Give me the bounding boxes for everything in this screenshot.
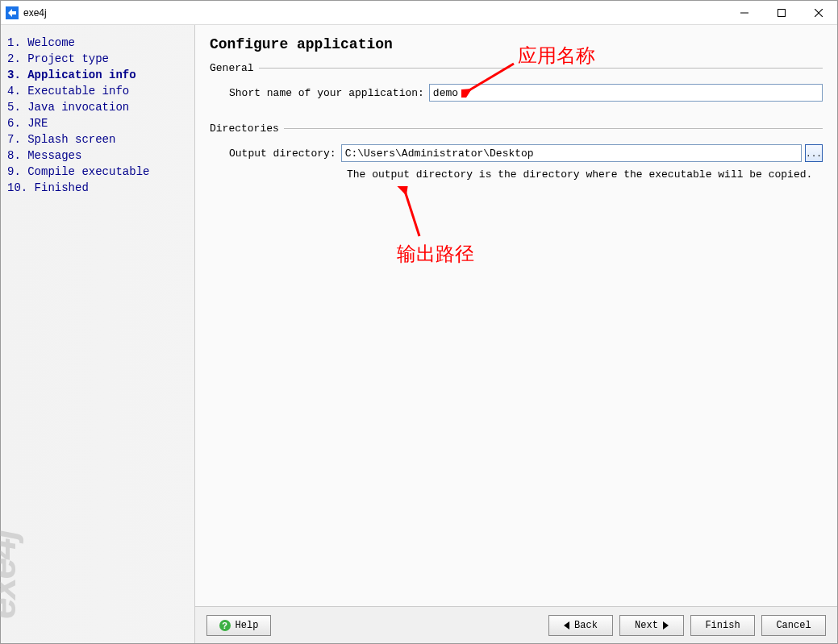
arrow-output-path [397, 186, 429, 243]
group-directories: Directories Output directory: ... The ou… [210, 123, 823, 181]
sidebar-step-2[interactable]: 2. Project type [7, 51, 188, 67]
close-button[interactable] [800, 1, 837, 25]
sidebar-step-1[interactable]: 1. Welcome [7, 35, 188, 51]
next-label: Next [635, 620, 658, 631]
divider [259, 68, 823, 69]
annotation-output-path: 输出路径 [397, 241, 474, 267]
group-general: General Short name of your application: [210, 62, 823, 108]
button-bar: ? Help Back Next Finish Cancel [195, 606, 837, 643]
minimize-button[interactable] [726, 1, 763, 25]
sidebar-step-9[interactable]: 9. Compile executable [7, 164, 188, 180]
maximize-button[interactable] [763, 1, 800, 25]
back-label: Back [574, 620, 598, 631]
svg-line-3 [815, 9, 823, 17]
svg-line-4 [815, 9, 823, 17]
next-button[interactable]: Next [619, 615, 684, 636]
sidebar-step-3[interactable]: 3. Application info [7, 67, 188, 83]
main-pane: Configure application General Short name… [194, 25, 837, 643]
help-icon: ? [219, 620, 231, 631]
cancel-label: Cancel [776, 620, 811, 631]
legend-directories: Directories [210, 123, 284, 135]
browse-button[interactable]: ... [805, 144, 823, 162]
help-button[interactable]: ? Help [206, 615, 271, 636]
output-dir-input[interactable] [341, 144, 802, 162]
sidebar-step-5[interactable]: 5. Java invocation [7, 99, 188, 115]
output-dir-label: Output directory: [229, 147, 336, 160]
triangle-right-icon [663, 621, 669, 629]
legend-general: General [210, 62, 259, 74]
app-icon [6, 6, 19, 19]
finish-button[interactable]: Finish [690, 615, 755, 636]
help-label: Help [236, 620, 259, 631]
svg-line-6 [405, 191, 419, 236]
sidebar-step-4[interactable]: 4. Executable info [7, 83, 188, 99]
wizard-sidebar: 1. Welcome2. Project type3. Application … [1, 25, 194, 643]
cancel-button[interactable]: Cancel [761, 615, 826, 636]
divider [284, 128, 823, 129]
sidebar-step-6[interactable]: 6. JRE [7, 115, 188, 131]
titlebar: exe4j [1, 1, 837, 25]
triangle-left-icon [564, 621, 569, 629]
window-title: exe4j [23, 7, 47, 19]
app-window: exe4j 1. Welcome2. Project type3. Applic… [0, 0, 838, 644]
page-title: Configure application [210, 36, 823, 52]
back-button[interactable]: Back [548, 615, 613, 636]
short-name-input[interactable] [429, 84, 823, 102]
finish-label: Finish [705, 620, 740, 631]
short-name-label: Short name of your application: [229, 87, 424, 99]
output-dir-hint: The output directory is the directory wh… [347, 168, 823, 181]
content-area: Configure application General Short name… [195, 25, 837, 606]
watermark: exe4j [0, 530, 10, 619]
sidebar-step-7[interactable]: 7. Splash screen [7, 131, 188, 147]
svg-rect-2 [778, 9, 786, 16]
sidebar-step-10[interactable]: 10. Finished [7, 180, 188, 196]
sidebar-step-8[interactable]: 8. Messages [7, 147, 188, 164]
